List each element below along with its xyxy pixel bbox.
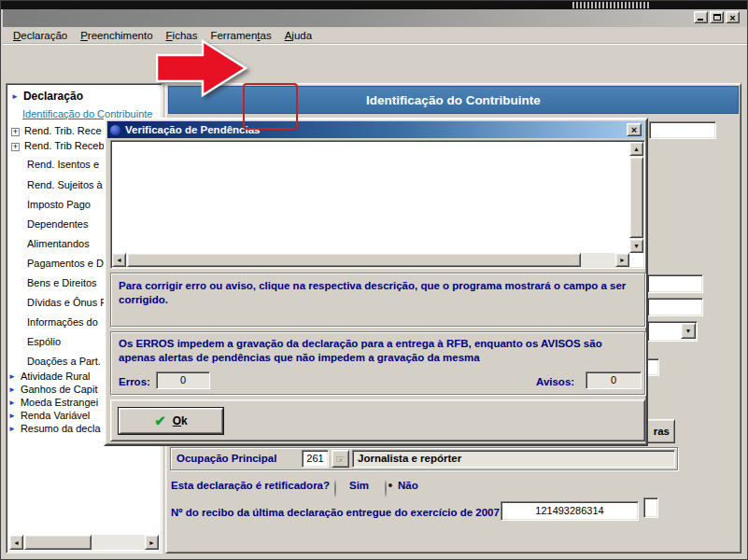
triangle-icon: ► — [11, 92, 19, 101]
expand-plus-icon[interactable]: + — [11, 143, 20, 151]
scroll-left-icon: ◄ — [13, 539, 20, 546]
window-title-text-cutoff — [572, 2, 651, 8]
partial-field-top[interactable] — [649, 121, 716, 139]
scroll-up-button[interactable]: ▲ — [629, 142, 643, 156]
green-check-icon: ✔ — [154, 413, 166, 429]
combo-dropdown-button[interactable]: ▼ — [681, 323, 696, 339]
close-icon: × — [729, 12, 735, 23]
maximize-icon — [713, 14, 721, 21]
ocupacao-lookup-button[interactable]: ☞ — [332, 450, 349, 468]
dialog-app-icon — [110, 125, 120, 135]
annotation-red-arrow — [156, 39, 249, 99]
cutoff-top-strip — [1, 1, 748, 9]
minimize-icon — [698, 19, 703, 21]
triangle-icon: ► — [8, 385, 16, 394]
triangle-icon: ► — [8, 399, 16, 407]
partial-field-1[interactable] — [647, 274, 703, 293]
pendencias-dialog: Verificação de Pendências × ▲ ▼ ◄ ► Para… — [104, 118, 648, 446]
scroll-right-button[interactable]: ► — [145, 535, 159, 550]
scroll-left-button[interactable]: ◄ — [9, 535, 23, 550]
list-hscrollbar[interactable]: ◄ ► — [112, 253, 629, 267]
chevron-down-icon: ▼ — [685, 328, 692, 334]
radio-sim-label[interactable]: Sim — [349, 480, 369, 491]
recibo-field[interactable]: 121493286314 — [501, 501, 639, 521]
ocupacao-label: Ocupação Principal — [176, 453, 276, 464]
dialog-button-panel: ✔ Ok — [110, 399, 645, 441]
sidebar-hscrollbar[interactable]: ◄ ► — [9, 535, 159, 550]
scroll-right-icon: ► — [148, 539, 155, 546]
scroll-down-button[interactable]: ▼ — [629, 239, 643, 253]
expand-plus-icon[interactable]: + — [11, 128, 20, 136]
errors-info-groupbox: Os ERROS impedem a gravação da declaraçã… — [110, 331, 645, 395]
triangle-icon: ► — [8, 412, 16, 420]
radio-sim[interactable] — [334, 480, 336, 497]
erros-label: Erros: — [119, 375, 150, 389]
ok-button-label: Ok — [173, 414, 188, 427]
recibo-label: Nº do recibo da última declaração entreg… — [171, 507, 500, 518]
minimize-button[interactable] — [694, 11, 708, 23]
avisos-count-field: 0 — [586, 371, 642, 389]
list-vscrollbar[interactable]: ▲ ▼ — [629, 142, 643, 253]
menu-ajuda[interactable]: Ajuda — [278, 28, 318, 43]
application-window: × Declaração Preenchimento Fichas Ferram… — [0, 0, 748, 560]
close-button[interactable]: × — [726, 11, 740, 23]
annotation-highlight-ring — [243, 83, 298, 130]
errors-info-text: Os ERROS impedem a gravação da declaraçã… — [111, 332, 644, 365]
dialog-title: Verificação de Pendências — [125, 124, 627, 135]
scrollbar-thumb[interactable] — [629, 157, 643, 238]
page-title: Identificação do Contribuinte — [366, 93, 541, 107]
partial-field-4[interactable] — [643, 497, 658, 518]
menu-declaracao[interactable]: Declaração — [7, 28, 74, 43]
erros-count-field: 0 — [156, 371, 210, 389]
ocupacao-desc: Jornalista e repórter — [352, 450, 675, 468]
scroll-left-icon: ◄ — [116, 257, 122, 263]
radio-nao-label[interactable]: Não — [398, 480, 418, 491]
menu-preenchimento[interactable]: Preenchimento — [74, 28, 159, 43]
scroll-down-icon: ▼ — [633, 243, 640, 249]
window-controls: × — [694, 11, 740, 23]
sidebar-item-declaracao[interactable]: ►Declaração — [11, 89, 159, 104]
window-titlebar: × — [3, 9, 747, 27]
dialog-close-button[interactable]: × — [627, 123, 642, 136]
triangle-icon: ► — [8, 425, 16, 433]
scrollbar-thumb[interactable] — [24, 535, 92, 550]
menubar: Declaração Preenchimento Fichas Ferramen… — [3, 27, 747, 44]
pointing-hand-icon: ☞ — [335, 454, 346, 465]
partial-field-2[interactable] — [647, 298, 703, 316]
scrollbar-thumb[interactable] — [127, 253, 581, 267]
scroll-up-icon: ▲ — [633, 146, 640, 152]
ok-button[interactable]: ✔ Ok — [119, 408, 223, 434]
scroll-right-button[interactable]: ► — [615, 253, 629, 267]
avisos-label: Avisos: — [536, 375, 574, 389]
instruction-text: Para corrigir erro ou aviso, clique na r… — [111, 273, 644, 307]
scroll-right-icon: ► — [619, 257, 626, 263]
triangle-icon: ► — [8, 372, 16, 381]
toolbar: ✔ ? — [3, 44, 747, 83]
partial-combobox[interactable]: ▼ — [647, 321, 698, 342]
instruction-groupbox: Para corrigir erro ou aviso, clique na r… — [110, 273, 645, 327]
scroll-left-button[interactable]: ◄ — [112, 253, 126, 267]
pendencias-list[interactable]: ▲ ▼ ◄ ► — [110, 140, 645, 269]
retificadora-question: Esta declaração é retificadora? — [171, 480, 330, 491]
maximize-button[interactable] — [710, 11, 724, 23]
ocupacao-frame: Ocupação Principal 261 ☞ Jornalista e re… — [170, 447, 678, 470]
close-icon: × — [631, 125, 637, 135]
radio-nao[interactable] — [385, 480, 387, 497]
dialog-titlebar[interactable]: Verificação de Pendências × — [107, 121, 644, 138]
ocupacao-code-field[interactable]: 261 — [302, 450, 329, 468]
